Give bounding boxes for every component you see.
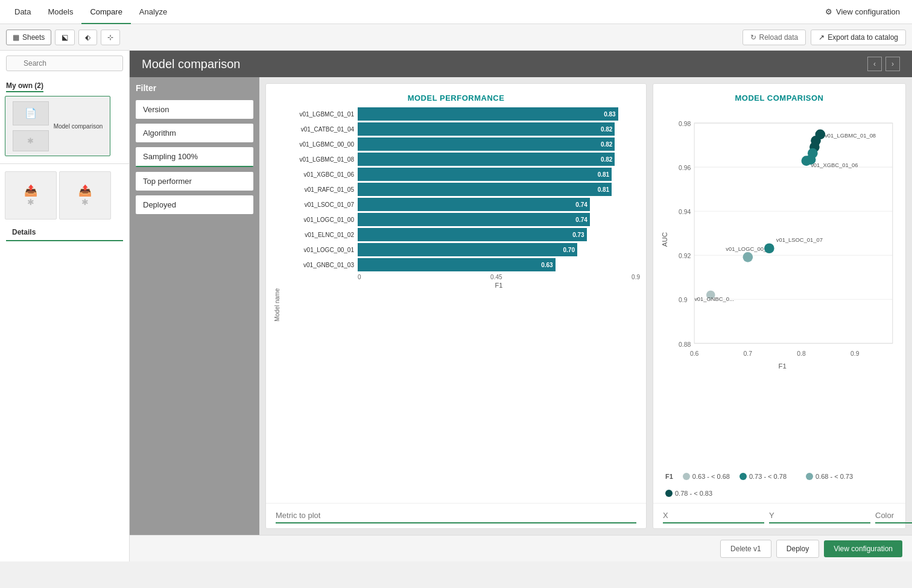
color-axis-input[interactable] bbox=[875, 508, 912, 523]
metric-to-plot-input[interactable] bbox=[276, 508, 636, 523]
y-axis-input[interactable] bbox=[769, 508, 870, 523]
star-icon: ✱ bbox=[27, 136, 34, 145]
bar-fill: 0.81 bbox=[358, 183, 612, 196]
bar-value: 0.82 bbox=[601, 156, 612, 163]
filter-top-performer[interactable]: Top performer bbox=[136, 172, 253, 191]
model-performance-card: MODEL PERFORMANCE Model name v01_LGBMC_0… bbox=[265, 83, 647, 529]
sidebar: 🔍 My own (2) 📄 ✱ Model comparison bbox=[0, 51, 130, 561]
main-layout: 🔍 My own (2) 📄 ✱ Model comparison bbox=[0, 51, 912, 561]
bar-fill: 0.82 bbox=[358, 153, 615, 166]
search-input[interactable] bbox=[6, 55, 123, 71]
svg-text:0.7: 0.7 bbox=[744, 350, 753, 357]
bar-row: v01_LSOC_01_070.74 bbox=[282, 198, 640, 211]
sheet-icon: 📄 bbox=[25, 107, 37, 119]
legend-item-2: 0.68 - < 0.73 bbox=[806, 473, 853, 480]
delete-button[interactable]: Delete v1 bbox=[720, 540, 771, 558]
bar-label: v01_LSOC_01_07 bbox=[282, 201, 354, 208]
bar-value: 0.83 bbox=[604, 111, 615, 118]
metric-bar bbox=[266, 503, 646, 528]
bar-row: v01_CATBC_01_040.82 bbox=[282, 122, 640, 136]
card-detail-2[interactable]: 📤 ✱ bbox=[59, 171, 111, 220]
nav-analyze[interactable]: Analyze bbox=[131, 0, 176, 24]
bar-track: 0.81 bbox=[358, 168, 640, 181]
card-model-comparison[interactable]: 📄 ✱ Model comparison bbox=[5, 96, 110, 156]
nav-data[interactable]: Data bbox=[6, 0, 39, 24]
bar-fill: 0.83 bbox=[358, 107, 618, 121]
bar-value: 0.74 bbox=[575, 201, 587, 208]
detail-icon-1: 📤 bbox=[24, 184, 37, 197]
legend-dot-2 bbox=[806, 473, 813, 480]
bar-label: v01_LOGC_01_00 bbox=[282, 217, 354, 223]
bar-track: 0.74 bbox=[358, 198, 640, 211]
x-axis-input[interactable] bbox=[663, 508, 764, 523]
section-my-own: My own (2) bbox=[0, 76, 129, 91]
bar-label: v01_LGBMC_01_08 bbox=[282, 156, 354, 163]
reload-icon: ↻ bbox=[750, 33, 756, 42]
detail-icon-2: 📤 bbox=[78, 184, 92, 197]
bar-value: 0.70 bbox=[563, 247, 575, 253]
svg-text:0.88: 0.88 bbox=[679, 341, 691, 348]
card-detail-1[interactable]: 📤 ✱ bbox=[5, 171, 57, 220]
scatter-point-lsoc bbox=[764, 243, 774, 253]
filter-sampling[interactable]: Sampling 100% bbox=[136, 147, 253, 167]
content-area: Model comparison ‹ › Filter Version Algo… bbox=[130, 51, 912, 561]
bar-fill: 0.73 bbox=[358, 228, 587, 241]
toolbar: ▦ Sheets ⬕ ⬖ ⊹ ↻ Reload data ↗ Export da… bbox=[0, 24, 912, 51]
sheets-button[interactable]: ▦ Sheets bbox=[6, 30, 51, 45]
bar-track: 0.82 bbox=[358, 138, 640, 151]
svg-text:0.6: 0.6 bbox=[690, 350, 699, 357]
filter-deployed[interactable]: Deployed bbox=[136, 195, 253, 214]
bar-row: v01_LGBMC_01_010.83 bbox=[282, 107, 640, 121]
nav-compare[interactable]: Compare bbox=[81, 0, 130, 24]
toolbar-btn-2[interactable]: ⬕ bbox=[55, 30, 75, 45]
bar-label: v01_LGBMC_00_00 bbox=[282, 141, 354, 148]
header-nav: ‹ › bbox=[867, 57, 900, 71]
bar-row: v01_LGBMC_01_080.82 bbox=[282, 153, 640, 166]
svg-text:v01_GNBC_0...: v01_GNBC_0... bbox=[694, 296, 734, 302]
bar-track: 0.63 bbox=[358, 258, 640, 271]
toolbar-btn-3[interactable]: ⬖ bbox=[78, 30, 97, 45]
filter-version[interactable]: Version bbox=[136, 100, 253, 119]
sheets-icon: ▦ bbox=[13, 33, 19, 42]
bar-track: 0.74 bbox=[358, 213, 640, 226]
bar-value: 0.63 bbox=[541, 262, 553, 268]
scatter-point-cluster4 bbox=[806, 154, 816, 165]
move-icon: ⬕ bbox=[62, 33, 68, 42]
svg-text:v01_LSOC_01_07: v01_LSOC_01_07 bbox=[776, 236, 823, 243]
model-comparison-card: MODEL COMPARISON 0.98 0.96 0.94 0.92 0.9… bbox=[653, 83, 906, 529]
svg-text:0.96: 0.96 bbox=[679, 165, 691, 171]
nav-prev[interactable]: ‹ bbox=[867, 57, 882, 71]
detail-star-1: ✱ bbox=[27, 197, 34, 207]
bar-row: v01_XGBC_01_060.81 bbox=[282, 168, 640, 181]
bar-label: v01_RAFC_01_05 bbox=[282, 186, 354, 193]
view-config-button[interactable]: ⚙ View configuration bbox=[819, 7, 906, 16]
legend-dot-3 bbox=[739, 473, 747, 480]
charts-area: MODEL PERFORMANCE Model name v01_LGBMC_0… bbox=[259, 77, 912, 535]
bar-track: 0.73 bbox=[358, 228, 640, 241]
filter-panel: Filter Version Algorithm Sampling 100% T… bbox=[130, 77, 259, 535]
search-box: 🔍 bbox=[0, 51, 129, 76]
nav-models[interactable]: Models bbox=[39, 0, 81, 24]
bar-value: 0.81 bbox=[598, 171, 609, 178]
nav-next[interactable]: › bbox=[885, 57, 900, 71]
legend-dot-4 bbox=[665, 490, 673, 497]
legend-dot-1 bbox=[683, 473, 690, 480]
bar-fill: 0.82 bbox=[358, 138, 615, 151]
export-button[interactable]: ↗ Export data to catalog bbox=[811, 30, 906, 45]
toolbar-btn-4[interactable]: ⊹ bbox=[101, 30, 120, 45]
bar-label: v01_XGBC_01_06 bbox=[282, 171, 354, 178]
export-icon: ↗ bbox=[819, 33, 825, 42]
bar-fill: 0.74 bbox=[358, 213, 590, 226]
svg-text:AUC: AUC bbox=[661, 232, 668, 247]
reload-button[interactable]: ↻ Reload data bbox=[743, 30, 806, 45]
view-config-bottom-button[interactable]: View configuration bbox=[824, 540, 902, 557]
filter-algorithm[interactable]: Algorithm bbox=[136, 124, 253, 142]
bottom-bar: Delete v1 Deploy View configuration bbox=[130, 535, 912, 561]
bar-track: 0.82 bbox=[358, 153, 640, 166]
bar-label: v01_LGBMC_01_01 bbox=[282, 111, 354, 118]
svg-text:0.98: 0.98 bbox=[679, 121, 691, 127]
bar-value: 0.82 bbox=[601, 141, 612, 148]
content-header: Model comparison ‹ › bbox=[130, 51, 912, 77]
svg-text:v01_LGBMC_01_08: v01_LGBMC_01_08 bbox=[825, 132, 876, 139]
deploy-button[interactable]: Deploy bbox=[776, 540, 819, 558]
